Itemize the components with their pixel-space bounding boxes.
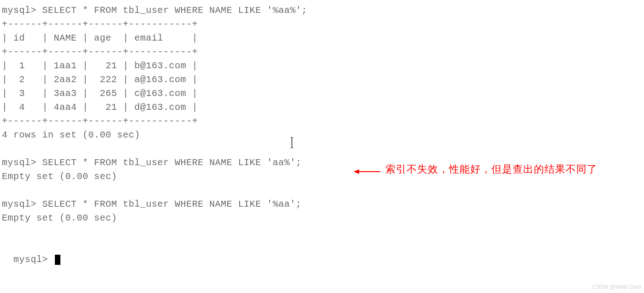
result-line-1: 4 rows in set (0.00 sec) [2,128,642,142]
table-row: | 4 | 4aa4 | 21 | d@163.com | [2,101,642,114]
result-line-3: Empty set (0.00 sec) [2,211,642,225]
table-header: | id | NAME | age | email | [2,31,642,45]
table-border-mid: +------+------+------+-----------+ [2,45,642,59]
table-border-top: +------+------+------+-----------+ [2,18,642,31]
table-row: | 3 | 3aa3 | 265 | c@163.com | [2,87,642,101]
annotation-text: 索引不失效，性能好，但是查出的结果不同了 [385,161,597,177]
text-cursor-icon: I [290,130,294,155]
table-row: | 2 | 2aa2 | 222 | a@163.com | [2,73,642,87]
watermark-text: CSDN @Hello Dam [592,283,641,291]
svg-marker-1 [354,169,359,174]
query-line-3: mysql> SELECT * FROM tbl_user WHERE NAME… [2,197,642,211]
table-row: | 1 | 1aa1 | 21 | b@163.com | [2,59,642,73]
arrow-left-icon [354,166,381,173]
prompt-line[interactable]: mysql> [2,239,642,267]
prompt-text: mysql> [13,254,54,265]
query-line-1: mysql> SELECT * FROM tbl_user WHERE NAME… [2,4,642,18]
table-border-bottom: +------+------+------+-----------+ [2,114,642,128]
cursor-block-icon [55,255,60,265]
